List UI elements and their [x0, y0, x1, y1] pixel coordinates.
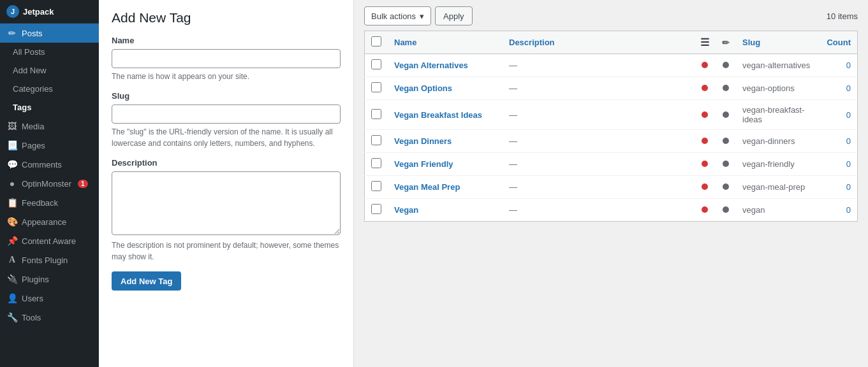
name-group: Name The name is how it appears on your …: [112, 36, 341, 82]
sidebar-item-add-new[interactable]: Add New: [0, 61, 99, 80]
sidebar-item-appearance[interactable]: 🎨 Appearance: [0, 212, 99, 231]
add-new-label: Add New: [13, 66, 47, 75]
sidebar-item-fonts-plugin[interactable]: A Fonts Plugin: [0, 250, 99, 270]
row-count-link[interactable]: 0: [846, 136, 851, 146]
row-count-cell: 0: [820, 153, 858, 176]
row-slug-cell: vegan-alternatives: [736, 54, 820, 77]
description-column-header[interactable]: Description: [503, 31, 694, 54]
row-dot-red-cell: [694, 77, 716, 100]
row-count-link[interactable]: 0: [846, 205, 851, 215]
plugins-label: Plugins: [22, 275, 49, 284]
posts-submenu: All Posts Add New Categories Tags: [0, 43, 99, 117]
comments-icon: 💬: [6, 159, 18, 169]
comments-label: Comments: [22, 160, 62, 169]
sidebar-jetpack-label: Jetpack: [23, 7, 54, 17]
row-dot-red-cell: [694, 153, 716, 176]
sidebar-item-posts[interactable]: ✏ Posts: [0, 24, 99, 43]
tag-name-link[interactable]: Vegan Friendly: [394, 159, 453, 169]
row-slug: vegan-options: [742, 83, 795, 93]
sidebar-item-all-posts[interactable]: All Posts: [0, 43, 99, 61]
row-checkbox[interactable]: [371, 135, 381, 145]
gray-dot-icon: [723, 62, 729, 68]
row-count-link[interactable]: 0: [846, 110, 851, 120]
row-count-link[interactable]: 0: [846, 182, 851, 192]
row-dot-red-cell: [694, 100, 716, 130]
row-name-cell: Vegan Alternatives: [388, 54, 503, 77]
tag-name-link[interactable]: Vegan Dinners: [394, 136, 452, 146]
tag-name-link[interactable]: Vegan Meal Prep: [394, 182, 460, 192]
row-dot-red-cell: [694, 199, 716, 222]
tags-table-section: Bulk actions ▾ Apply 10 items Name: [354, 0, 868, 367]
add-new-tag-form: Add New Tag Name The name is how it appe…: [99, 0, 354, 367]
description-help: The description is not prominent by defa…: [112, 240, 341, 263]
row-description: —: [509, 83, 517, 93]
tools-label: Tools: [22, 313, 41, 322]
row-checkbox[interactable]: [371, 109, 381, 119]
sidebar-item-tags[interactable]: Tags: [0, 98, 99, 117]
row-checkbox[interactable]: [371, 158, 381, 168]
tag-name-link[interactable]: Vegan Options: [394, 83, 452, 93]
row-name-cell: Vegan Breakfast Ideas: [388, 100, 503, 130]
red-dot-icon: [702, 85, 708, 91]
sidebar-item-feedback[interactable]: 📋 Feedback: [0, 193, 99, 212]
plugins-icon: 🔌: [6, 274, 18, 284]
tag-name-link[interactable]: Vegan Breakfast Ideas: [394, 110, 482, 120]
row-checkbox[interactable]: [371, 82, 381, 92]
description-group: Description The description is not promi…: [112, 158, 341, 263]
red-dot-icon: [702, 161, 708, 167]
row-description: —: [509, 182, 517, 192]
pages-label: Pages: [22, 141, 45, 150]
optinmonster-badge: 1: [78, 180, 88, 188]
row-count-cell: 0: [820, 54, 858, 77]
optinmonster-label: OptinMonster: [22, 179, 71, 189]
row-slug-cell: vegan-friendly: [736, 153, 820, 176]
row-count-link[interactable]: 0: [846, 83, 851, 93]
row-checkbox-cell[interactable]: [365, 54, 388, 77]
row-checkbox[interactable]: [371, 204, 381, 214]
sidebar-item-plugins[interactable]: 🔌 Plugins: [0, 270, 99, 289]
row-count-link[interactable]: 0: [846, 159, 851, 169]
bulk-actions-dropdown[interactable]: Bulk actions ▾: [364, 6, 431, 25]
tag-name-link[interactable]: Vegan: [394, 205, 418, 215]
sidebar-jetpack[interactable]: J Jetpack: [0, 0, 99, 24]
name-input[interactable]: [112, 49, 341, 68]
name-column-header[interactable]: Name: [388, 31, 503, 54]
content-aware-label: Content Aware: [22, 236, 76, 246]
row-checkbox[interactable]: [371, 59, 381, 69]
slug-input[interactable]: [112, 104, 341, 124]
sidebar-item-media[interactable]: 🖼 Media: [0, 117, 99, 136]
add-new-tag-button[interactable]: Add New Tag: [112, 271, 181, 291]
sidebar-item-pages[interactable]: 📃 Pages: [0, 136, 99, 155]
sidebar-item-tools[interactable]: 🔧 Tools: [0, 308, 99, 327]
optinmonster-icon: ●: [6, 178, 18, 189]
row-slug-cell: vegan: [736, 199, 820, 222]
row-checkbox-cell[interactable]: [365, 130, 388, 153]
users-icon: 👤: [6, 293, 18, 303]
row-checkbox-cell[interactable]: [365, 100, 388, 130]
apply-button[interactable]: Apply: [435, 6, 473, 25]
sidebar-item-optinmonster[interactable]: ● OptinMonster 1: [0, 174, 99, 193]
row-checkbox-cell[interactable]: [365, 153, 388, 176]
categories-label: Categories: [13, 84, 53, 94]
row-dot-gray-cell: [716, 176, 736, 199]
table-row: Vegan Alternatives — vegan-alternatives …: [365, 54, 858, 77]
row-checkbox[interactable]: [371, 181, 381, 191]
tag-name-link[interactable]: Vegan Alternatives: [394, 61, 468, 70]
row-slug-cell: vegan-dinners: [736, 130, 820, 153]
description-label: Description: [112, 158, 341, 168]
sidebar-item-users[interactable]: 👤 Users: [0, 289, 99, 308]
check-all-checkbox[interactable]: [371, 36, 381, 47]
check-all-header[interactable]: [365, 31, 388, 54]
description-textarea[interactable]: [112, 171, 341, 235]
sidebar-item-categories[interactable]: Categories: [0, 80, 99, 98]
count-column-header[interactable]: Count: [820, 31, 858, 54]
row-description: —: [509, 205, 517, 215]
row-checkbox-cell[interactable]: [365, 77, 388, 100]
table-row: Vegan Meal Prep — vegan-meal-prep 0: [365, 176, 858, 199]
sidebar-item-content-aware[interactable]: 📌 Content Aware: [0, 231, 99, 250]
row-count-link[interactable]: 0: [846, 61, 851, 70]
sidebar-item-comments[interactable]: 💬 Comments: [0, 155, 99, 174]
slug-column-header[interactable]: Slug: [736, 31, 820, 54]
row-checkbox-cell[interactable]: [365, 199, 388, 222]
row-checkbox-cell[interactable]: [365, 176, 388, 199]
